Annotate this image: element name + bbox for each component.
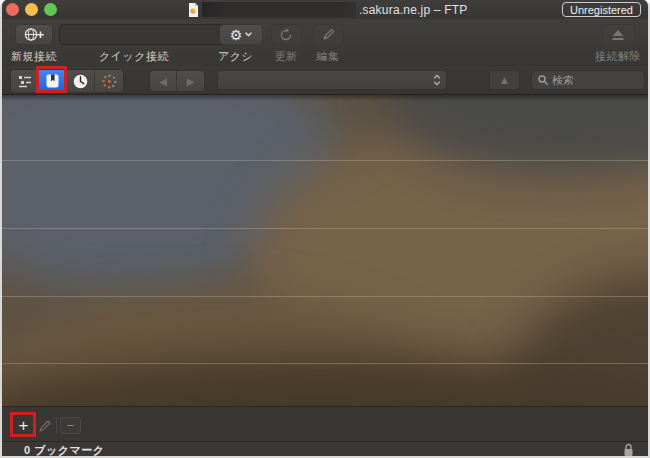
forward-icon: ▶	[187, 76, 195, 87]
minimize-window-button[interactable]	[25, 3, 38, 16]
highlight-box-bookmarks-segment	[36, 66, 67, 93]
bookmark-count: 0 ブックマーク	[24, 443, 104, 458]
button-divider	[56, 417, 57, 434]
window-title-group: .sakura.ne.jp – FTP	[188, 0, 468, 19]
history-nav: ◀ ▶	[149, 70, 205, 92]
history-icon	[73, 74, 88, 89]
edit-item: 編集	[312, 24, 344, 64]
zoom-window-button[interactable]	[44, 3, 57, 16]
highlight-box-add-button	[10, 412, 36, 437]
status-bar: 0 ブックマーク	[2, 441, 648, 458]
document-icon	[188, 3, 199, 17]
bonjour-view-segment[interactable]	[95, 70, 123, 92]
search-field[interactable]	[531, 70, 645, 90]
pencil-icon	[322, 28, 335, 41]
ftp-client-window: .sakura.ne.jp – FTP Unregistered 新規接続	[0, 0, 650, 458]
refresh-label: 更新	[275, 49, 298, 64]
bonjour-icon	[102, 74, 117, 89]
row-separator	[2, 228, 648, 229]
up-arrow-icon: ▲	[501, 75, 508, 85]
refresh-item: 更新	[270, 24, 302, 64]
toolbar-shadow	[2, 95, 648, 101]
title-bar: .sakura.ne.jp – FTP Unregistered	[2, 0, 648, 19]
main-toolbar: 新規接続 クイック接続 ⚙ アクション	[2, 19, 648, 66]
back-button[interactable]: ◀	[150, 71, 177, 91]
view-switcher	[10, 69, 124, 93]
remove-bookmark-button[interactable]: −	[60, 417, 81, 434]
outline-view-icon	[18, 75, 32, 88]
history-view-segment[interactable]	[67, 70, 95, 92]
disconnect-item: 接続解除	[594, 24, 642, 64]
row-separator	[2, 160, 648, 161]
quick-connect-label: クイック接続	[99, 49, 169, 64]
new-connection-item: 新規接続	[10, 24, 58, 64]
edit-bookmark-button[interactable]	[36, 416, 54, 435]
redacted-hostname	[202, 2, 356, 17]
action-button[interactable]: ⚙	[219, 24, 263, 45]
chevron-down-icon	[245, 32, 252, 37]
path-popup[interactable]	[217, 70, 447, 90]
row-separator	[2, 296, 648, 297]
quick-connect-input[interactable]	[59, 24, 225, 45]
bookmark-actions-bar: + −	[2, 406, 648, 441]
lock-indicator[interactable]	[623, 443, 634, 458]
pencil-icon	[38, 419, 52, 433]
eject-icon	[611, 29, 625, 41]
refresh-icon	[279, 28, 293, 42]
window-title: .sakura.ne.jp – FTP	[359, 3, 468, 17]
quick-connect-item: クイック接続	[59, 24, 209, 64]
forward-button[interactable]: ▶	[177, 71, 204, 91]
nav-bar: ◀ ▶ ▲	[2, 66, 648, 95]
parent-directory-button[interactable]: ▲	[489, 70, 520, 90]
close-window-button[interactable]	[6, 3, 19, 16]
disconnect-label: 接続解除	[595, 49, 641, 64]
outline-view-segment[interactable]	[11, 70, 39, 92]
new-connection-label: 新規接続	[11, 49, 57, 64]
new-connection-button[interactable]	[15, 24, 53, 45]
traffic-lights	[6, 3, 57, 16]
unregistered-badge: Unregistered	[562, 2, 641, 17]
disconnect-button[interactable]	[602, 24, 635, 45]
refresh-button[interactable]	[271, 24, 302, 45]
lock-icon	[623, 443, 634, 457]
row-separator	[2, 363, 648, 364]
search-icon	[538, 75, 548, 85]
minus-icon: −	[67, 418, 75, 433]
search-input[interactable]	[552, 74, 638, 86]
popup-chevrons-icon	[433, 74, 441, 86]
gear-icon: ⚙	[230, 28, 243, 42]
bookmark-list-area[interactable]	[2, 95, 648, 406]
globe-plus-icon	[23, 27, 45, 42]
back-icon: ◀	[159, 76, 167, 87]
edit-label: 編集	[317, 49, 340, 64]
edit-button[interactable]	[313, 24, 344, 45]
